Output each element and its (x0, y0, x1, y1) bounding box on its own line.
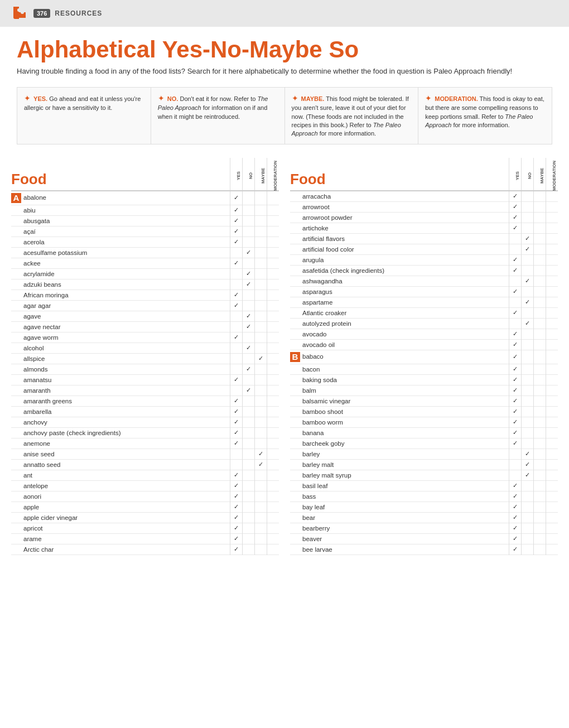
yes-cell: ✓ (509, 491, 521, 502)
maybe-cell (533, 329, 546, 339)
left-food-table: Food YES NO MAYBE MODERATION Aabalone✓ab… (11, 158, 279, 555)
yes-cell: ✓ (230, 427, 242, 438)
maybe-cell (533, 191, 546, 202)
legend-no: ✦ NO. Don't eat it for now. Refer to The… (151, 88, 285, 144)
no-cell (521, 544, 533, 555)
food-name: artificial flavors (290, 233, 509, 244)
food-name: amaranth greens (11, 396, 230, 406)
maybe-cell (254, 258, 267, 268)
maybe-cell (254, 300, 267, 311)
maybe-cell (533, 459, 546, 470)
yes-cell: ✓ (230, 374, 242, 385)
mod-cell (546, 233, 558, 244)
maybe-cell (533, 212, 546, 223)
food-name: bamboo shoot (290, 406, 509, 417)
maybe-cell (254, 247, 267, 258)
no-cell (521, 329, 533, 339)
maybe-cell (533, 533, 546, 544)
yes-cell (230, 353, 242, 364)
mod-cell (267, 215, 279, 226)
food-name: ackee (11, 258, 230, 268)
table-row: bay leaf✓ (290, 502, 558, 512)
yes-cell (230, 385, 242, 396)
mod-cell (546, 406, 558, 417)
food-name: anemone (11, 438, 230, 449)
left-maybe-col-header: MAYBE (254, 158, 267, 191)
food-name: acesulfame potassium (11, 247, 230, 258)
no-cell: ✓ (242, 268, 254, 279)
food-name: abusgata (11, 215, 230, 226)
no-cell: ✓ (521, 449, 533, 459)
maybe-cell (533, 385, 546, 396)
maybe-cell (254, 237, 267, 247)
maybe-cell (254, 533, 267, 544)
table-row: balsamic vinegar✓ (290, 396, 558, 406)
food-name: arracacha (290, 191, 509, 202)
table-row: arrowroot✓ (290, 201, 558, 212)
table-row: acerola✓ (11, 237, 279, 247)
mod-cell (546, 449, 558, 459)
table-row: barley✓ (290, 449, 558, 459)
no-cell (242, 533, 254, 544)
table-row: bee larvae✓ (290, 544, 558, 555)
mod-cell (546, 297, 558, 307)
mod-cell (267, 502, 279, 512)
no-cell (521, 427, 533, 438)
food-name: agave worm (11, 332, 230, 343)
food-name: artichoke (290, 223, 509, 233)
yes-cell: ✓ (509, 533, 521, 544)
no-cell (521, 265, 533, 276)
no-cell: ✓ (242, 311, 254, 321)
mod-cell (546, 191, 558, 202)
maybe-cell (533, 544, 546, 555)
mod-cell (267, 491, 279, 502)
table-row: anchovy✓ (11, 417, 279, 427)
food-name: agave (11, 311, 230, 321)
food-name: African moringa (11, 290, 230, 300)
maybe-cell (254, 215, 267, 226)
maybe-icon: ✦ (292, 93, 298, 104)
food-name: bacon (290, 364, 509, 374)
food-name: barcheek goby (290, 438, 509, 449)
left-no-col-header: NO (242, 158, 254, 191)
no-title: NO. (167, 95, 179, 102)
yes-cell: ✓ (509, 191, 521, 202)
maybe-cell (533, 254, 546, 265)
maybe-cell (254, 364, 267, 374)
maybe-cell (254, 374, 267, 385)
yes-cell: ✓ (230, 502, 242, 512)
food-name: aonori (11, 491, 230, 502)
no-cell (521, 374, 533, 385)
mod-cell (267, 321, 279, 332)
no-cell (242, 406, 254, 417)
mod-cell (546, 350, 558, 364)
maybe-cell (533, 427, 546, 438)
yes-cell: ✓ (230, 237, 242, 247)
yes-cell (509, 244, 521, 254)
food-name: baking soda (290, 374, 509, 385)
no-cell: ✓ (242, 247, 254, 258)
food-name: basil leaf (290, 480, 509, 491)
maybe-cell (533, 502, 546, 512)
maybe-cell (254, 438, 267, 449)
mod-cell (546, 329, 558, 339)
table-row: Arctic char✓ (11, 544, 279, 555)
maybe-cell (533, 491, 546, 502)
no-cell (242, 300, 254, 311)
maybe-cell (254, 544, 267, 555)
no-cell (521, 523, 533, 533)
table-row: acrylamide✓ (11, 268, 279, 279)
yes-cell: ✓ (509, 523, 521, 533)
yes-cell (509, 276, 521, 286)
no-cell: ✓ (242, 343, 254, 353)
maybe-cell (254, 205, 267, 215)
yes-cell: ✓ (509, 223, 521, 233)
food-name: Atlantic croaker (290, 307, 509, 318)
mod-cell (267, 353, 279, 364)
table-row: ashwagandha✓ (290, 276, 558, 286)
right-yes-col-header: YES (509, 158, 521, 191)
table-row: asparagus✓ (290, 286, 558, 297)
yes-cell: ✓ (509, 201, 521, 212)
maybe-cell (533, 470, 546, 480)
no-cell: ✓ (521, 459, 533, 470)
